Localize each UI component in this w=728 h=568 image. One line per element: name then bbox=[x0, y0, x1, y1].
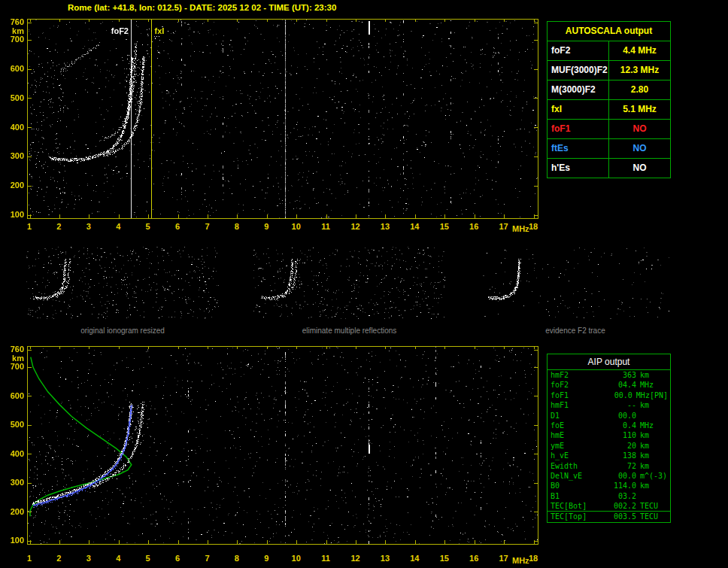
aip-row-unit: MHz bbox=[636, 380, 654, 390]
aip-row-value: 03.2 bbox=[597, 491, 636, 501]
y-tick-label: 600 bbox=[3, 391, 24, 400]
autoscala-row-value: NO bbox=[609, 139, 670, 158]
aip-row-label: DelN_vE bbox=[548, 471, 597, 481]
aip-row-unit: MHz bbox=[632, 390, 650, 400]
aip-row-value: 138 bbox=[597, 451, 636, 460]
autoscala-row-label: ftEs bbox=[548, 139, 609, 158]
aip-row-label: TEC[Top] bbox=[548, 512, 597, 521]
thumbnail-canvas bbox=[253, 247, 445, 319]
autoscala-row-label: foF2 bbox=[548, 41, 609, 60]
aip-row-value: 114.0 bbox=[597, 481, 636, 491]
aip-row-label: hmF1 bbox=[548, 400, 597, 410]
x-tick-label: 4 bbox=[108, 222, 128, 231]
y-tick-label: 300 bbox=[3, 151, 24, 160]
table-row: B103.2 bbox=[548, 491, 670, 501]
x-tick-label: 18 bbox=[523, 554, 543, 563]
table-row: foE0.4MHz bbox=[548, 421, 670, 430]
x-tick-label: 14 bbox=[405, 554, 424, 563]
main-ionogram-plot: foF2 fxI bbox=[27, 19, 538, 219]
thumbnail-eliminate-reflections bbox=[253, 247, 445, 319]
aip-row-value: -- bbox=[597, 400, 636, 410]
aip-row-unit bbox=[636, 491, 640, 501]
thumbnail-evidence-f2-trace bbox=[481, 247, 669, 319]
aip-row-unit: km bbox=[636, 481, 649, 491]
x-tick-label: 2 bbox=[49, 222, 68, 231]
aip-row-unit: MHz bbox=[636, 421, 654, 430]
x-tick-label: 16 bbox=[464, 554, 484, 563]
x-tick-label: 13 bbox=[375, 554, 395, 563]
y-tick-label: 300 bbox=[3, 478, 24, 487]
autoscala-row-value: 2.80 bbox=[609, 80, 670, 99]
aip-row-unit: km bbox=[636, 461, 649, 471]
page-title: Rome (lat: +41.8, lon: 012.5) - DATE: 20… bbox=[68, 3, 336, 12]
aip-row-value: 04.4 bbox=[597, 380, 636, 390]
aip-row-label: hmE bbox=[548, 430, 597, 440]
y-tick-label: 400 bbox=[3, 449, 24, 458]
aip-row-unit: km bbox=[636, 451, 649, 460]
x-tick-label: 3 bbox=[79, 222, 99, 231]
aip-output-table: AIP output hmF2363kmfoF204.4MHzfoF100.0M… bbox=[547, 354, 671, 523]
x-tick-label: 10 bbox=[287, 554, 306, 563]
autoscala-row-label: h'Es bbox=[548, 159, 609, 178]
autoscala-row-value: NO bbox=[609, 120, 670, 138]
x-tick-label: 6 bbox=[168, 222, 187, 231]
table-row: hmE110km bbox=[548, 430, 670, 440]
x-tick-label: 7 bbox=[197, 222, 217, 231]
autoscala-row-value: 12.3 MHz bbox=[609, 61, 670, 80]
autoscala-table-title: AUTOSCALA output bbox=[548, 22, 670, 41]
x-tick-label: 9 bbox=[256, 222, 276, 231]
y-tick-label: 400 bbox=[3, 123, 24, 132]
x-tick-label: 9 bbox=[256, 554, 276, 563]
aip-row-label: foF1 bbox=[548, 390, 595, 400]
table-row: h'EsNO bbox=[548, 159, 670, 178]
table-row: fxI5.1 MHz bbox=[548, 100, 670, 120]
main-ionogram-canvas bbox=[28, 20, 538, 218]
aip-row-unit: km bbox=[636, 400, 649, 410]
x-tick-label: 5 bbox=[138, 222, 158, 231]
aip-row-label: D1 bbox=[548, 411, 597, 421]
y-tick-label: 200 bbox=[3, 507, 24, 516]
x-tick-label: 11 bbox=[316, 222, 335, 231]
y-axis-unit-label: km bbox=[3, 26, 24, 35]
aip-row-label: ymE bbox=[548, 441, 597, 451]
aip-row-unit: km bbox=[636, 441, 649, 451]
aip-table-title: AIP output bbox=[548, 354, 670, 370]
thumbnail-canvas bbox=[481, 247, 669, 319]
x-tick-label: 6 bbox=[168, 554, 187, 563]
x-tick-label: 8 bbox=[227, 222, 247, 231]
aip-row-unit: TECU bbox=[636, 512, 658, 521]
table-row: M(3000)F22.80 bbox=[548, 80, 670, 100]
thumbnail-caption: evidence F2 trace bbox=[481, 327, 669, 335]
aip-row-unit: km bbox=[636, 430, 649, 440]
x-tick-label: 4 bbox=[108, 554, 128, 563]
autoscala-row-label: foF1 bbox=[548, 120, 609, 138]
aip-row-label: h_vE bbox=[548, 451, 597, 460]
table-row: DelN_vE00.0m^(-3) bbox=[548, 471, 670, 481]
y-tick-label: 600 bbox=[3, 64, 24, 73]
x-tick-label: 7 bbox=[197, 554, 217, 563]
x-tick-label: 1 bbox=[20, 222, 39, 231]
aip-row-label: TEC[Bot] bbox=[548, 501, 597, 511]
table-row: foF204.4MHz bbox=[548, 380, 670, 390]
aip-row-value: 0.4 bbox=[597, 421, 636, 430]
table-row: MUF(3000)F212.3 MHz bbox=[548, 61, 670, 80]
thumbnail-original-ionogram bbox=[26, 247, 219, 319]
thumbnail-canvas bbox=[26, 247, 219, 319]
aip-row-value: 363 bbox=[597, 370, 636, 380]
y-tick-label: 700 bbox=[3, 35, 24, 44]
aip-row-unit bbox=[636, 411, 640, 421]
x-tick-label: 15 bbox=[435, 222, 454, 231]
aip-row-value: 110 bbox=[597, 430, 636, 440]
aip-row-value: 002.2 bbox=[597, 501, 636, 511]
autoscala-row-value: NO bbox=[609, 159, 670, 178]
autoscala-row-value: 5.1 MHz bbox=[609, 100, 670, 119]
x-tick-label: 5 bbox=[138, 554, 158, 563]
x-tick-label: 14 bbox=[405, 222, 424, 231]
table-row: ymE20km bbox=[548, 441, 670, 451]
aip-row-value: 00.0 bbox=[597, 471, 636, 481]
x-tick-label: 11 bbox=[316, 554, 335, 563]
y-tick-label: 500 bbox=[3, 420, 24, 429]
y-tick-label: 700 bbox=[3, 362, 24, 371]
x-tick-label: 13 bbox=[375, 222, 395, 231]
aip-row-label: foE bbox=[548, 421, 597, 430]
